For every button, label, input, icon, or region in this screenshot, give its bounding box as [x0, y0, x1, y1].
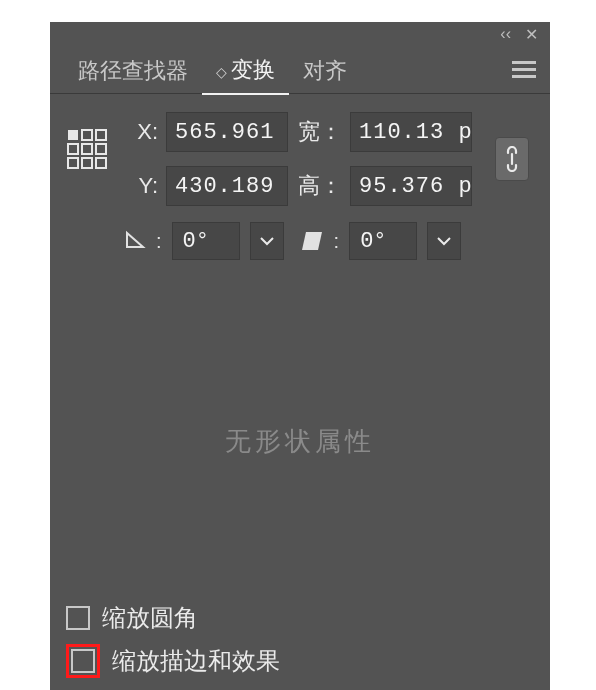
svg-rect-1	[512, 68, 536, 71]
svg-rect-2	[512, 75, 536, 78]
scale-strokes-label: 缩放描边和效果	[112, 645, 280, 677]
panel-tabs: 路径查找器 ◇变换 对齐	[50, 46, 550, 94]
tab-align[interactable]: 对齐	[289, 46, 361, 94]
shear-dropdown[interactable]	[427, 222, 461, 260]
x-input[interactable]: 565.961 p	[166, 112, 288, 152]
sort-icon: ◇	[216, 64, 227, 80]
panel-content: X: 565.961 p 宽： 110.13 p Y: 430.189 p 高：…	[50, 94, 550, 690]
checkbox-section: 缩放圆角 缩放描边和效果	[66, 592, 534, 680]
svg-rect-10	[82, 158, 92, 168]
shear-colon: :	[334, 230, 340, 253]
x-label: X:	[122, 119, 158, 145]
svg-rect-8	[96, 144, 106, 154]
h-label: 高：	[296, 171, 342, 201]
rotate-icon	[124, 228, 146, 255]
svg-rect-9	[68, 158, 78, 168]
collapse-icon[interactable]: ‹‹	[500, 25, 511, 43]
no-shape-properties-label: 无形状属性	[66, 290, 534, 592]
scale-corners-checkbox[interactable]	[66, 606, 90, 630]
scale-corners-label: 缩放圆角	[102, 602, 198, 634]
tab-transform-label: 变换	[231, 57, 275, 82]
svg-rect-3	[68, 130, 78, 140]
transform-panel: ‹‹ ✕ 路径查找器 ◇变换 对齐	[50, 22, 550, 690]
height-input[interactable]: 95.376 p	[350, 166, 472, 206]
scale-corners-row[interactable]: 缩放圆角	[66, 602, 534, 634]
shear-icon	[300, 230, 324, 252]
svg-rect-11	[96, 158, 106, 168]
constrain-proportions-button[interactable]	[495, 137, 529, 181]
svg-rect-0	[512, 61, 536, 64]
panel-menu-button[interactable]	[506, 55, 542, 85]
reference-point-grid[interactable]	[66, 128, 108, 170]
coordinate-section: X: 565.961 p 宽： 110.13 p Y: 430.189 p 高：…	[66, 112, 534, 206]
close-icon[interactable]: ✕	[525, 25, 538, 44]
y-label: Y:	[122, 173, 158, 199]
tab-pathfinder[interactable]: 路径查找器	[64, 46, 202, 94]
panel-titlebar: ‹‹ ✕	[50, 22, 550, 46]
scale-strokes-checkbox[interactable]	[71, 649, 95, 673]
svg-rect-5	[96, 130, 106, 140]
svg-rect-4	[82, 130, 92, 140]
width-input[interactable]: 110.13 p	[350, 112, 472, 152]
rotate-colon: :	[156, 230, 162, 253]
tab-transform[interactable]: ◇变换	[202, 45, 289, 95]
w-label: 宽：	[296, 117, 342, 147]
angle-section: : 0° : 0°	[66, 222, 534, 260]
scale-strokes-highlight	[66, 644, 100, 678]
rotate-input[interactable]: 0°	[172, 222, 240, 260]
svg-rect-7	[82, 144, 92, 154]
scale-strokes-row[interactable]: 缩放描边和效果	[66, 644, 534, 678]
svg-rect-6	[68, 144, 78, 154]
y-input[interactable]: 430.189 p	[166, 166, 288, 206]
rotate-dropdown[interactable]	[250, 222, 284, 260]
shear-input[interactable]: 0°	[349, 222, 417, 260]
